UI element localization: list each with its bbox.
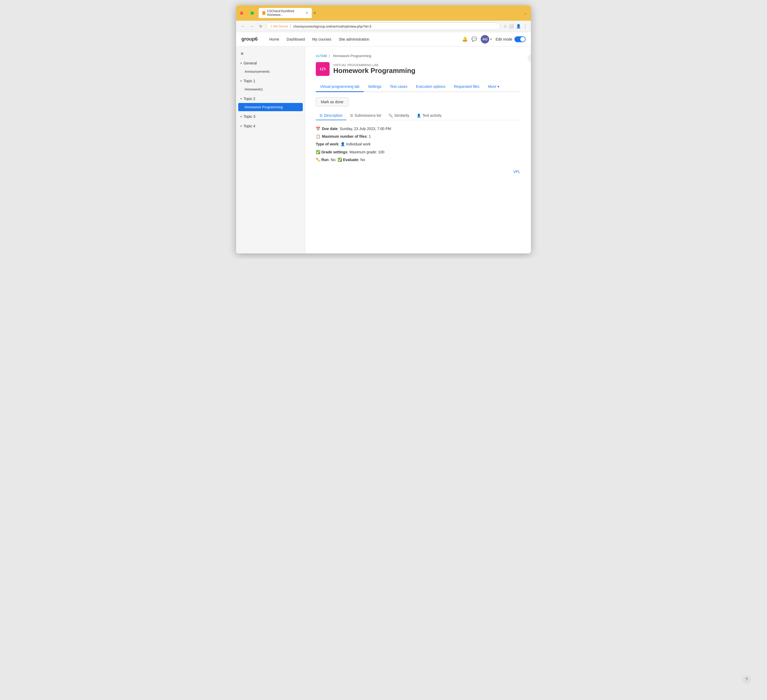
- minimize-window-button[interactable]: [245, 11, 248, 15]
- address-bar[interactable]: ⚠ Not Secure | checkyourworkgroup.online…: [266, 22, 501, 30]
- max-files-value: 1: [369, 134, 371, 138]
- due-date-value: Sunday, 23 July 2023, 7:00 PM: [340, 127, 391, 131]
- browser-options-button[interactable]: ⋮: [523, 24, 527, 29]
- calendar-icon: 📅: [316, 125, 320, 132]
- browser-tab[interactable]: CSCheckYourWork Homewor... ✕: [259, 8, 312, 18]
- app-header: group6 Home Dashboard My courses Site ad…: [236, 32, 531, 46]
- breadcrumb-link[interactable]: cs7346: [316, 54, 327, 58]
- chevron-down-icon: ▾: [240, 97, 242, 100]
- sidebar-section-topic1-header[interactable]: ▾ Topic 1: [236, 77, 305, 85]
- svg-line-0: [322, 67, 323, 71]
- sub-tab-description-label: Description: [324, 113, 342, 117]
- evaluate-check-icon: ✅: [337, 158, 342, 162]
- max-files-row: 📋 Maximum number of files: 1: [316, 133, 520, 140]
- top-tabs: Virtual programming lab Settings Test ca…: [316, 82, 520, 92]
- user-menu[interactable]: AU ▾: [481, 35, 492, 43]
- breadcrumb-separator: /: [329, 54, 330, 58]
- forward-button[interactable]: →: [249, 24, 255, 29]
- nav-dashboard[interactable]: Dashboard: [283, 32, 309, 46]
- sidebar-close-button[interactable]: ✕: [236, 50, 305, 59]
- back-button[interactable]: ←: [240, 24, 246, 29]
- type-of-work-value: Individual work: [346, 142, 371, 146]
- tab-more-label: More ▾: [488, 84, 499, 89]
- breadcrumb-current: Homework Programming: [333, 54, 371, 58]
- max-files-label: Maximum number of files: [322, 134, 367, 138]
- sidebar-section-general-header[interactable]: ▾ General: [236, 59, 305, 67]
- main-layout: ✕ ▾ General Announcements ▾ Topic 1 Home…: [236, 46, 531, 253]
- sub-tab-submissions-list[interactable]: ☰ Submissions list: [346, 111, 385, 120]
- vpl-link[interactable]: VPL: [316, 168, 520, 175]
- close-window-button[interactable]: [240, 11, 243, 15]
- sub-tab-similarity-label: Similarity: [394, 113, 409, 117]
- sidebar-item-homework1[interactable]: Homework1: [236, 85, 305, 94]
- mark-as-done-button[interactable]: Mark as done: [316, 97, 348, 106]
- reload-button[interactable]: ↻: [258, 24, 264, 29]
- sub-tab-test-activity-label: Test activity: [422, 113, 441, 117]
- profile-button[interactable]: 👤: [516, 24, 521, 29]
- chevron-down-icon: ▾: [240, 124, 242, 128]
- toggle-knob: [520, 37, 525, 42]
- tab-test-cases[interactable]: Test cases: [386, 82, 412, 92]
- new-tab-button[interactable]: +: [313, 10, 316, 16]
- traffic-lights: [240, 11, 254, 15]
- browser-actions: ☆ ⬜ 👤 ⋮: [503, 24, 527, 29]
- tab-more[interactable]: More ▾: [484, 82, 504, 92]
- sidebar-section-topic1-label: Topic 1: [243, 79, 255, 83]
- nav-my-courses[interactable]: My courses: [309, 32, 335, 46]
- run-icon: ✏️: [316, 158, 320, 162]
- sidebar-section-topic1: ▾ Topic 1 Homework1: [236, 77, 305, 94]
- sidebar-section-general: ▾ General Announcements: [236, 59, 305, 76]
- notifications-button[interactable]: 🔔: [462, 37, 468, 42]
- page-header: VIRTUAL PROGRAMMING LAB Homework Program…: [316, 62, 520, 76]
- sidebar-item-homework-programming[interactable]: Homework Programming: [238, 103, 303, 111]
- sub-tab-test-activity[interactable]: 👤 Test activity: [413, 111, 445, 120]
- tab-settings[interactable]: Settings: [364, 82, 386, 92]
- breadcrumb: cs7346 / Homework Programming: [316, 54, 520, 58]
- edit-mode-toggle-wrapper: Edit mode: [496, 37, 525, 42]
- sidebar-toggle-button[interactable]: ‹: [528, 54, 531, 62]
- run-evaluate-row: ✏️ Run: No. ✅ Evaluate: No: [316, 157, 520, 163]
- browser-menu-button[interactable]: ⌄: [524, 11, 527, 15]
- run-label: Run: [321, 158, 329, 162]
- edit-mode-toggle[interactable]: [514, 37, 525, 42]
- messages-button[interactable]: 💬: [471, 37, 477, 42]
- page-title: Homework Programming: [333, 67, 415, 75]
- sidebar-section-topic2-label: Topic 2: [243, 97, 255, 101]
- tab-execution-options[interactable]: Execution options: [412, 82, 450, 92]
- type-of-work-icon: 👤: [341, 142, 345, 146]
- tab-close-button[interactable]: ✕: [306, 11, 308, 15]
- tab-requested-files[interactable]: Requested files: [450, 82, 484, 92]
- sidebar-section-topic2-header[interactable]: ▾ Topic 2: [236, 94, 305, 103]
- description-icon: ☰: [320, 114, 323, 117]
- browser-controls: ← → ↻ ⚠ Not Secure | checkyourworkgroup.…: [236, 21, 531, 32]
- extension-button[interactable]: ⬜: [509, 24, 514, 29]
- run-value: No.: [331, 158, 336, 162]
- similarity-icon: 🔍: [388, 114, 393, 117]
- avatar-chevron: ▾: [490, 37, 492, 41]
- sidebar-section-topic4-label: Topic 4: [243, 124, 255, 128]
- nav-site-administration[interactable]: Site administration: [335, 32, 373, 46]
- avatar[interactable]: AU: [481, 35, 489, 43]
- header-right: 🔔 💬 AU ▾ Edit mode: [462, 35, 525, 43]
- edit-mode-label: Edit mode: [496, 37, 512, 41]
- chevron-down-icon: ▾: [240, 62, 242, 65]
- bookmark-button[interactable]: ☆: [503, 24, 507, 29]
- security-warning: ⚠ Not Secure: [270, 25, 288, 28]
- sub-tab-description[interactable]: ☰ Description: [316, 111, 346, 120]
- app-logo: group6: [242, 37, 258, 42]
- type-of-work-row: Type of work: 👤 Individual work: [316, 141, 520, 148]
- grade-settings-label: Grade settings: [321, 150, 347, 154]
- evaluate-label: Evaluate: [343, 158, 358, 162]
- sidebar-item-announcements[interactable]: Announcements: [236, 67, 305, 76]
- tab-virtual-programming-lab[interactable]: Virtual programming lab: [316, 82, 364, 92]
- maximize-window-button[interactable]: [250, 11, 254, 15]
- vpl-icon: [316, 62, 329, 76]
- sub-tab-similarity[interactable]: 🔍 Similarity: [385, 111, 413, 120]
- nav-home[interactable]: Home: [266, 32, 283, 46]
- sub-tab-submissions-label: Submissions list: [355, 113, 381, 117]
- evaluate-value: No: [360, 158, 365, 162]
- chevron-down-icon: ▾: [240, 115, 242, 118]
- sidebar-section-topic3-header[interactable]: ▾ Topic 3: [236, 112, 305, 121]
- sidebar-section-topic4-header[interactable]: ▾ Topic 4: [236, 122, 305, 130]
- sidebar-section-general-label: General: [243, 61, 257, 65]
